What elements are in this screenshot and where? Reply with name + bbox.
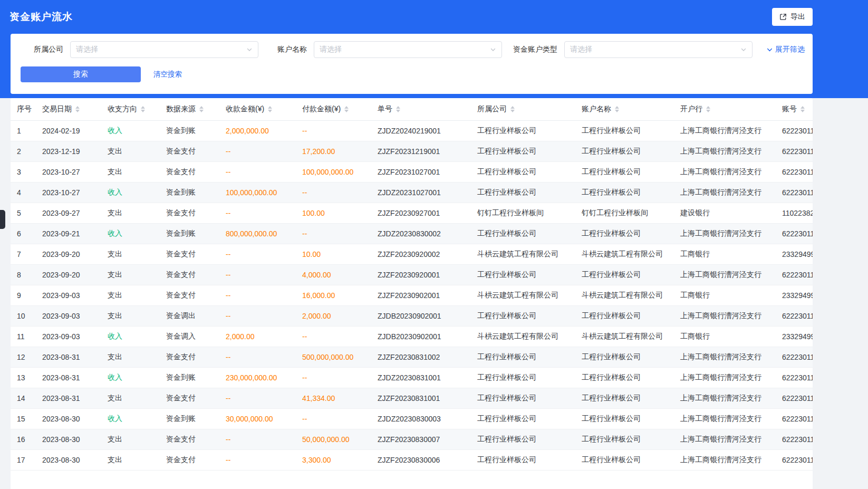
cell-order: ZJDZ20231027001: [371, 182, 471, 203]
sort-icon[interactable]: [706, 106, 710, 112]
cell-order: ZJZF20231219001: [371, 141, 471, 161]
filter-row: 所属公司 请选择 账户名称 请选择 资金账户类型 请选择: [11, 41, 805, 58]
cell-bank: 上海工商银行漕河泾支行: [674, 305, 776, 326]
cell-receipt: --: [219, 161, 296, 182]
table-row: 42023-10-27收入资金到账100,000,000.00--ZJDZ202…: [11, 182, 813, 203]
chevron-down-icon: [246, 46, 253, 53]
cell-receipt: 2,000.00: [219, 326, 296, 347]
column-header-0: 序号: [11, 98, 36, 120]
sort-icon[interactable]: [344, 106, 349, 112]
sort-icon[interactable]: [199, 106, 204, 112]
cell-receipt: 230,000,000.00: [219, 367, 296, 388]
clear-search-link[interactable]: 清空搜索: [153, 70, 182, 79]
cell-receipt: --: [219, 244, 296, 264]
column-header-label: 所属公司: [477, 104, 507, 114]
transactions-table-card: 序号交易日期收支方向数据来源收款金额(¥)付款金额(¥)单号所属公司账户名称开户…: [11, 98, 813, 489]
cell-account: 工程行业样板公司: [575, 223, 674, 244]
cell-source: 资金到账: [160, 223, 219, 244]
cell-accno: 622230111: [776, 388, 813, 408]
cell-accno: 233294994: [776, 244, 813, 264]
cell-company: 工程行业样板公司: [471, 347, 575, 367]
cell-company: 工程行业样板公司: [471, 120, 575, 141]
sort-icon[interactable]: [75, 106, 80, 112]
column-header-4[interactable]: 收款金额(¥): [219, 98, 296, 120]
cell-bank: 上海工商银行漕河泾支行: [674, 264, 776, 285]
cell-accno: 622230111: [776, 367, 813, 388]
cell-receipt: --: [219, 347, 296, 367]
cell-order: ZJZF20230831002: [371, 347, 471, 367]
company-select[interactable]: 请选择: [70, 41, 258, 58]
cell-direction: 支出: [101, 449, 160, 470]
search-button[interactable]: 搜索: [21, 66, 141, 82]
cell-direction: 收入: [101, 120, 160, 141]
cell-date: 2023-09-20: [36, 244, 101, 264]
column-header-5[interactable]: 付款金额(¥): [296, 98, 371, 120]
export-button[interactable]: 导出: [772, 8, 813, 26]
table-row: 122023-08-31支出资金支付--500,000,000.00ZJZF20…: [11, 347, 813, 367]
cell-company: 工程行业样板公司: [471, 449, 575, 470]
cell-source: 资金支付: [160, 429, 219, 449]
sort-icon[interactable]: [510, 106, 515, 112]
cell-direction: 支出: [101, 285, 160, 305]
cell-company: 工程行业样板公司: [471, 429, 575, 449]
column-header-2[interactable]: 收支方向: [101, 98, 160, 120]
cell-date: 2023-09-20: [36, 264, 101, 285]
column-header-9[interactable]: 开户行: [674, 98, 776, 120]
cell-company: 工程行业样板公司: [471, 408, 575, 429]
sort-icon[interactable]: [801, 106, 805, 112]
cell-source: 资金支付: [160, 285, 219, 305]
cell-direction: 收入: [101, 326, 160, 347]
column-header-7[interactable]: 所属公司: [471, 98, 575, 120]
expand-filter-label: 展开筛选: [775, 45, 805, 54]
cell-payment: --: [296, 120, 371, 141]
cell-payment: --: [296, 326, 371, 347]
cell-account: 工程行业样板公司: [575, 408, 674, 429]
column-header-6[interactable]: 单号: [371, 98, 471, 120]
cell-account: 钉钉工程行业样板间: [575, 203, 674, 223]
cell-source: 资金到账: [160, 408, 219, 429]
cell-receipt: --: [219, 141, 296, 161]
cell-company: 斗栱云建筑工程有限公司: [471, 244, 575, 264]
cell-account: 工程行业样板公司: [575, 141, 674, 161]
cell-receipt: --: [219, 264, 296, 285]
cell-direction: 支出: [101, 203, 160, 223]
cell-bank: 上海工商银行漕河泾支行: [674, 120, 776, 141]
column-header-label: 付款金额(¥): [302, 104, 341, 114]
export-icon: [779, 13, 787, 21]
page-title: 资金账户流水: [9, 10, 73, 24]
cell-receipt: --: [219, 285, 296, 305]
column-header-1[interactable]: 交易日期: [36, 98, 101, 120]
column-header-8[interactable]: 账户名称: [575, 98, 674, 120]
cell-date: 2024-02-19: [36, 120, 101, 141]
cell-account: 工程行业样板公司: [575, 367, 674, 388]
cell-order: ZJZF20230830006: [371, 449, 471, 470]
cell-receipt: 2,000,000.00: [219, 120, 296, 141]
cell-direction: 收入: [101, 223, 160, 244]
expand-filter-link[interactable]: 展开筛选: [766, 45, 805, 54]
account-type-select[interactable]: 请选择: [564, 41, 753, 58]
cell-source: 资金到账: [160, 367, 219, 388]
account-name-select[interactable]: 请选择: [314, 41, 502, 58]
cell-payment: 3,300.00: [296, 449, 371, 470]
cell-account: 工程行业样板公司: [575, 120, 674, 141]
cell-receipt: --: [219, 388, 296, 408]
cell-no: 16: [11, 429, 36, 449]
cell-account: 工程行业样板公司: [575, 305, 674, 326]
sort-icon[interactable]: [268, 106, 272, 112]
cell-no: 9: [11, 285, 36, 305]
cell-account: 工程行业样板公司: [575, 182, 674, 203]
column-header-3[interactable]: 数据来源: [160, 98, 219, 120]
cell-direction: 收入: [101, 367, 160, 388]
column-header-label: 收款金额(¥): [226, 104, 264, 114]
cell-no: 6: [11, 223, 36, 244]
cell-order: ZJDZ20230830003: [371, 408, 471, 429]
sort-icon[interactable]: [396, 106, 400, 112]
sort-icon[interactable]: [615, 106, 619, 112]
cell-bank: 建设银行: [674, 203, 776, 223]
cell-no: 17: [11, 449, 36, 470]
cell-company: 钉钉工程行业样板间: [471, 203, 575, 223]
side-drawer-handle[interactable]: [0, 210, 5, 229]
column-header-10[interactable]: 账号: [776, 98, 813, 120]
sort-icon[interactable]: [141, 106, 145, 112]
cell-payment: --: [296, 182, 371, 203]
